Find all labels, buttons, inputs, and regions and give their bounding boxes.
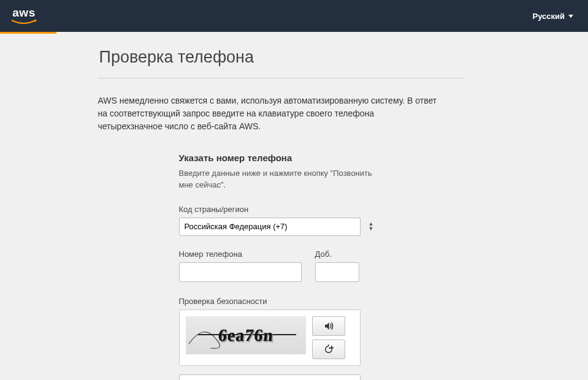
country-select[interactable]: Российская Федерация (+7): [179, 218, 361, 236]
captcha-audio-button[interactable]: [312, 316, 345, 336]
top-header: aws Русский: [0, 0, 588, 32]
phone-input[interactable]: [179, 262, 302, 282]
country-label: Код страны/регион: [179, 205, 380, 214]
page-body: Проверка телефона AWS немедленно свяжетс…: [0, 32, 588, 380]
page-title: Проверка телефона: [98, 48, 464, 67]
chevron-down-icon: [568, 15, 573, 18]
select-arrows-icon: ▲▼: [368, 221, 374, 231]
intro-text: AWS немедленно свяжется с вами, использу…: [98, 94, 464, 133]
captcha-box: 6ea76n: [179, 310, 361, 366]
ext-col: Доб.: [315, 249, 359, 282]
divider: [98, 78, 464, 78]
phone-col: Номер телефона: [179, 249, 302, 282]
captcha-input[interactable]: [179, 374, 361, 380]
aws-logo-text: aws: [12, 7, 35, 18]
phone-form: Указать номер телефона Введите данные ни…: [98, 153, 380, 380]
captcha-image: 6ea76n: [186, 316, 306, 354]
captcha-refresh-button[interactable]: [312, 340, 345, 359]
country-select-wrap: Российская Федерация (+7) ▲▼: [179, 218, 380, 236]
form-subheading: Указать номер телефона: [179, 153, 380, 163]
captcha-text: 6ea76n: [217, 325, 274, 345]
captcha-label: Проверка безопасности: [179, 297, 380, 306]
aws-smile-icon: [11, 19, 37, 25]
form-subintro: Введите данные ниже и нажмите кнопку "По…: [179, 168, 380, 191]
ext-label: Доб.: [315, 249, 359, 259]
audio-icon: [323, 321, 334, 332]
language-label: Русский: [532, 12, 565, 21]
phone-row: Номер телефона Доб.: [179, 249, 380, 282]
content-container: Проверка телефона AWS немедленно свяжетс…: [98, 32, 491, 380]
refresh-icon: [324, 344, 334, 354]
language-selector[interactable]: Русский: [532, 12, 573, 21]
aws-logo: aws: [11, 7, 37, 25]
phone-label: Номер телефона: [179, 249, 302, 259]
ext-input[interactable]: [315, 262, 359, 282]
captcha-buttons: [312, 316, 345, 359]
